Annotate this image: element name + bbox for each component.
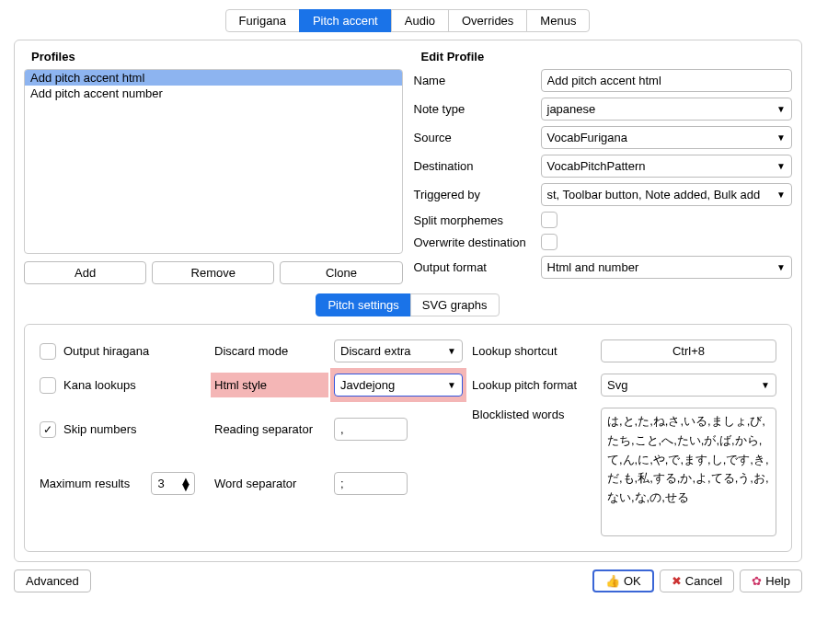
split-checkbox[interactable] (541, 212, 557, 228)
edit-profile-heading: Edit Profile (414, 50, 793, 69)
ok-button[interactable]: 👍OK (592, 569, 654, 592)
reading-separator-label: Reading separator (214, 422, 313, 436)
word-separator-label: Word separator (214, 477, 296, 490)
lookup-pitch-format-select[interactable]: Svg▼ (601, 374, 776, 397)
blocklisted-textarea[interactable]: は,と,た,ね,さ,いる,ましょ,び,たち,こと,へ,たい,が,ば,から,て,ん… (601, 408, 776, 536)
discard-mode-select[interactable]: Discard extra▼ (334, 339, 463, 362)
source-select[interactable]: VocabFurigana▼ (541, 126, 793, 149)
main-tabbar: Furigana Pitch accent Audio Overrides Me… (14, 9, 802, 32)
chevron-down-icon: ▼ (776, 132, 786, 143)
output-select[interactable]: Html and number▼ (541, 256, 793, 279)
destination-select[interactable]: VocabPitchPattern▼ (541, 155, 793, 178)
triggered-select[interactable]: st, Toolbar button, Note added, Bulk add… (541, 183, 793, 206)
tab-furigana[interactable]: Furigana (225, 9, 300, 32)
chevron-down-icon[interactable]: ▼ (179, 484, 191, 490)
profiles-heading: Profiles (24, 50, 403, 69)
maximum-results-label: Maximum results (40, 477, 130, 490)
tab-menus[interactable]: Menus (526, 9, 590, 32)
html-style-select[interactable]: Javdejong▼ (334, 374, 463, 397)
html-style-label: Html style (214, 378, 267, 392)
chevron-down-icon: ▼ (776, 161, 786, 171)
chevron-down-icon: ▼ (447, 346, 456, 356)
footer: Advanced 👍OK ✖Cancel ✿Help (14, 569, 802, 592)
triggered-label: Triggered by (414, 188, 534, 201)
settings-panel: Output hiragana Discard mode Discard ext… (24, 324, 792, 552)
tab-overrides[interactable]: Overrides (448, 9, 527, 32)
remove-button[interactable]: Remove (152, 261, 274, 284)
profile-list[interactable]: Add pitch accent html Add pitch accent n… (24, 69, 403, 254)
output-label: Output format (414, 260, 534, 274)
add-button[interactable]: Add (24, 261, 146, 284)
cancel-button[interactable]: ✖Cancel (660, 569, 734, 592)
lookup-shortcut-input[interactable]: Ctrl+8 (601, 339, 776, 362)
help-icon: ✿ (752, 574, 762, 588)
lookup-pitch-format-label: Lookup pitch format (472, 378, 577, 392)
clone-button[interactable]: Clone (280, 261, 402, 284)
word-separator-input[interactable] (334, 472, 408, 495)
skip-numbers-label: Skip numbers (63, 422, 136, 436)
reading-separator-input[interactable] (334, 418, 408, 441)
tab-pitch-accent[interactable]: Pitch accent (299, 9, 392, 32)
chevron-down-icon: ▼ (776, 262, 786, 272)
discard-mode-label: Discard mode (214, 344, 288, 358)
tab-pitch-settings[interactable]: Pitch settings (316, 293, 410, 316)
source-label: Source (414, 131, 534, 144)
maximum-results-spinner[interactable]: ▲▼ (151, 472, 195, 495)
name-input[interactable] (541, 69, 793, 92)
chevron-down-icon: ▼ (776, 190, 786, 200)
main-panel: Profiles Add pitch accent html Add pitch… (14, 40, 802, 562)
list-item[interactable]: Add pitch accent number (25, 86, 402, 101)
chevron-down-icon: ▼ (776, 104, 786, 114)
blocklisted-label: Blocklisted words (472, 408, 564, 421)
cancel-icon: ✖ (672, 574, 682, 588)
tab-svg-graphs[interactable]: SVG graphs (410, 293, 500, 316)
skip-numbers-checkbox[interactable] (40, 421, 56, 438)
chevron-down-icon: ▼ (761, 380, 770, 390)
kana-lookups-checkbox[interactable] (40, 377, 56, 394)
output-hiragana-label: Output hiragana (63, 344, 149, 358)
destination-label: Destination (414, 159, 534, 173)
chevron-down-icon: ▼ (447, 380, 456, 390)
advanced-button[interactable]: Advanced (14, 569, 91, 592)
name-label: Name (414, 74, 534, 87)
overwrite-label: Overwrite destination (414, 236, 534, 249)
output-hiragana-checkbox[interactable] (40, 343, 56, 360)
lookup-shortcut-label: Lookup shortcut (472, 344, 557, 358)
help-button[interactable]: ✿Help (740, 569, 802, 592)
notetype-label: Note type (414, 102, 534, 116)
ok-icon: 👍 (605, 574, 620, 588)
tab-audio[interactable]: Audio (391, 9, 449, 32)
overwrite-checkbox[interactable] (541, 234, 557, 250)
kana-lookups-label: Kana lookups (63, 378, 136, 392)
split-label: Split morphemes (414, 213, 534, 227)
inner-tabbar: Pitch settings SVG graphs (24, 293, 792, 316)
notetype-select[interactable]: japanese▼ (541, 98, 793, 121)
list-item[interactable]: Add pitch accent html (25, 70, 402, 86)
